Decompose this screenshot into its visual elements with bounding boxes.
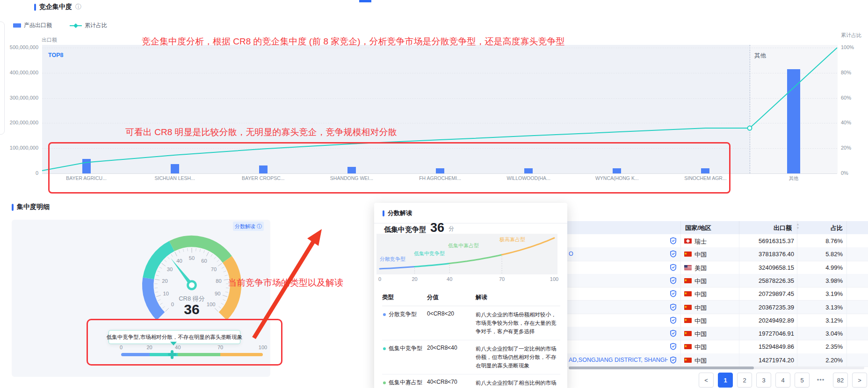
export-bar[interactable] [524, 168, 533, 173]
y-axis-title: 出口额 [42, 36, 57, 43]
page-button[interactable]: 4 [775, 373, 790, 388]
column-header-share[interactable]: 占比 [805, 224, 843, 232]
page-title: 竞企集中度 [39, 3, 72, 11]
company-shield-icon[interactable] [670, 316, 677, 324]
page-button[interactable]: 2 [737, 373, 752, 388]
y2-tick-label: 20% [841, 145, 862, 151]
column-divider [846, 261, 847, 274]
share-value: 3.98% [801, 277, 843, 284]
column-divider [846, 247, 847, 261]
score-explain-popup: 分数解读 低集中竞争型 36 分 分散竞争型低集中竞争型低集中寡占型极高寡占型0… [374, 203, 567, 388]
company-shield-icon[interactable] [670, 343, 677, 350]
zone-label-other: 其他 [754, 52, 766, 60]
gridline [42, 98, 837, 99]
legend-item-export[interactable]: 产品出口额 [13, 22, 52, 29]
page-button[interactable]: 5 [795, 373, 810, 388]
gridline [42, 173, 837, 174]
table-row[interactable]: O中国37818376.405.82% [564, 247, 868, 261]
sort-icon[interactable]: ▲▼ [796, 223, 800, 230]
column-divider [797, 314, 797, 327]
h-scrollbar-track[interactable] [569, 366, 864, 369]
export-bar[interactable] [436, 168, 444, 173]
company-name-fragment[interactable]: O [569, 251, 668, 257]
company-name-fragment[interactable]: AD,SONGJIANG DISTRICT, SHANGHAI CHI... [569, 357, 668, 363]
company-shield-icon[interactable] [670, 330, 677, 337]
slider-segment [121, 353, 150, 356]
page-next-button[interactable]: > [852, 373, 867, 388]
export-bar[interactable] [82, 159, 91, 173]
export-bar[interactable] [171, 164, 179, 173]
company-shield-icon[interactable] [670, 250, 677, 258]
export-value: 20367235.39 [729, 304, 794, 311]
gauge-tick [179, 250, 180, 253]
table-row[interactable]: 中国19727046.913.04% [564, 327, 868, 340]
country-flag-icon [684, 238, 692, 244]
page-button[interactable]: 1 [718, 373, 733, 388]
popup-table-row-type: 低集中寡占型 [382, 374, 427, 388]
export-bar[interactable] [787, 69, 800, 173]
table-row[interactable]: 中国20249492.893.12% [564, 314, 868, 327]
table-row[interactable]: 瑞士56916315.378.76% [564, 234, 868, 248]
top-blue-indicator [359, 0, 371, 2]
page-ellipsis[interactable]: ••• [814, 373, 828, 387]
company-shield-icon[interactable] [670, 277, 677, 284]
column-divider [680, 247, 681, 261]
table-row[interactable]: 中国20729897.453.19% [564, 287, 868, 301]
gridline [42, 48, 837, 48]
curve-x-tick: 0 [378, 276, 381, 282]
curve-segment-label: 极高寡占型 [499, 237, 525, 242]
red-annotation-mid: 可看出 CR8 明显是比较分散，无明显的寡头竞企，竞争规模相对分散 [125, 126, 397, 138]
export-bar[interactable] [347, 167, 356, 173]
column-header-export[interactable]: 出口额 [740, 224, 792, 232]
table-row[interactable]: 中国20367235.393.13% [564, 301, 868, 314]
y2-axis-title: 累计占比 [841, 32, 861, 39]
score-curve-chart: 分散竞争型低集中竞争型低集中寡占型极高寡占型0204070100 [374, 234, 567, 286]
legend-item-cumulative[interactable]: 累计占比 [70, 22, 107, 29]
company-shield-icon[interactable] [670, 237, 677, 244]
gauge-tick [157, 271, 160, 272]
y2-tick-label: 60% [841, 95, 862, 101]
column-divider [846, 314, 847, 327]
curve-x-tick: 100 [550, 276, 558, 282]
column-divider [797, 340, 797, 353]
company-shield-icon[interactable] [670, 356, 677, 364]
table-row[interactable]: 中国15294849.862.35% [564, 340, 868, 353]
export-bar[interactable] [259, 165, 268, 173]
country-name: 美国 [694, 264, 707, 273]
info-icon[interactable]: ⓘ [75, 3, 81, 11]
column-header-country[interactable]: 国家/地区 [685, 224, 711, 232]
column-divider [680, 314, 681, 327]
bar-legend-swatch [13, 23, 21, 28]
x-axis-label: 其他 [759, 175, 829, 182]
column-divider [846, 353, 847, 367]
company-shield-icon[interactable] [670, 303, 677, 311]
table-header-row: 国家/地区出口额▲▼占比 [564, 221, 868, 234]
y2-tick-label: 100% [841, 44, 862, 50]
x-axis-label: BAYER AGRICU... [51, 175, 122, 181]
popup-table-row-score: 0<CR8<20 [427, 306, 476, 340]
y2-tick-label: 0% [841, 170, 862, 176]
table-row[interactable]: 美国32409658.154.99% [564, 261, 868, 274]
export-value: 20249492.89 [729, 317, 794, 324]
slider-tick-label: 0 [120, 345, 123, 350]
y-tick-label: 0 [6, 170, 38, 176]
page-button[interactable]: 3 [756, 373, 771, 388]
export-bar[interactable] [701, 168, 709, 173]
gauge-tick-label: 40 [176, 258, 182, 264]
table-row[interactable]: AD,SONGJIANG DISTRICT, SHANGHAI CHI...中国… [564, 353, 868, 367]
gauge-tick [154, 288, 158, 288]
title-accent-bar [383, 210, 384, 216]
x-axis-label: WYNCA(HONG K... [582, 175, 652, 181]
legend-label: 累计占比 [85, 22, 107, 29]
table-row[interactable]: 中国25878226.353.98% [564, 274, 868, 287]
popup-table-header: 类型 [382, 290, 427, 306]
company-shield-icon[interactable] [670, 290, 677, 297]
h-scrollbar-thumb[interactable] [569, 366, 754, 369]
export-bar[interactable] [613, 168, 621, 173]
export-value: 14271974.20 [729, 357, 794, 364]
page-prev-button[interactable]: < [699, 373, 714, 388]
company-shield-icon[interactable] [670, 264, 677, 271]
page-button[interactable]: 82 [833, 373, 848, 388]
export-value: 37818376.40 [729, 251, 794, 258]
gauge-tick [188, 248, 188, 251]
